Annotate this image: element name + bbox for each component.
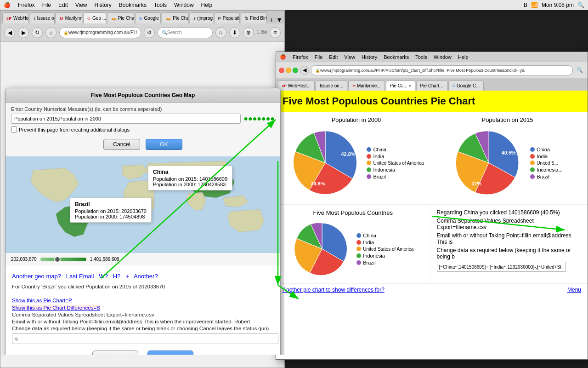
tab-pie2[interactable]: 🥧 Pie Chart...: [162, 12, 189, 23]
tools-menu[interactable]: Tools: [154, 2, 167, 8]
tabs-dropdown-button[interactable]: ▼: [276, 16, 283, 23]
download-icon[interactable]: ⬇: [229, 27, 240, 38]
tab-cpwebhost[interactable]: cP WebHost...: [2, 12, 29, 23]
dialog-cancel-button[interactable]: Cancel: [103, 139, 140, 150]
front-edit[interactable]: Edit: [329, 54, 338, 60]
tab-population[interactable]: P Populatio...: [214, 12, 240, 23]
front-window[interactable]: Window: [434, 54, 452, 60]
page-content-area: Another geo map? Last Email W? H? + Anot…: [6, 265, 280, 355]
another-pie-link[interactable]: Another pie chart to show differences fo…: [283, 287, 384, 293]
last-email-link[interactable]: Last Email: [66, 273, 94, 280]
forward-button[interactable]: ▶: [18, 27, 29, 38]
prevent-dialogs-checkbox[interactable]: [11, 126, 17, 132]
show-pie-chart: Show this as Pie Chart=P: [12, 298, 274, 303]
search-icon[interactable]: 🔍: [577, 2, 584, 8]
legend-label-brazil-2015: Brazil: [537, 174, 549, 179]
front-tools[interactable]: Tools: [415, 54, 427, 60]
front-view[interactable]: View: [344, 54, 355, 60]
apple-menu[interactable]: 🍎: [4, 2, 11, 8]
front-firefox[interactable]: Firefox: [293, 54, 308, 60]
menu-link[interactable]: Menu: [567, 287, 581, 293]
legend-brazil-2015: Brazil: [530, 174, 562, 179]
pie-legend-2015: China India United S... Inconesia..: [530, 147, 562, 179]
edit-menu[interactable]: Edit: [58, 2, 68, 8]
minimize-button[interactable]: [286, 68, 291, 73]
tab-marilynne[interactable]: M Marilynne...: [56, 12, 82, 23]
view-menu[interactable]: View: [75, 2, 87, 8]
front-tab-cp[interactable]: cP WebHost...: [278, 80, 315, 91]
search-bar-back[interactable]: 🔍 Search: [158, 27, 213, 38]
back-button[interactable]: ◀: [4, 27, 15, 38]
new-tab-button[interactable]: +: [270, 16, 273, 23]
pie-chart-diff-link[interactable]: Show this as Pie Chart Differences=S: [12, 305, 100, 310]
plus-link[interactable]: +: [125, 273, 129, 280]
h-link[interactable]: H?: [113, 273, 121, 280]
bookmarks-menu[interactable]: Bookmarks: [119, 2, 147, 8]
front-file[interactable]: File: [315, 54, 323, 60]
home-button[interactable]: ⌂: [45, 27, 57, 38]
front-data-input[interactable]: [437, 262, 565, 272]
bottom-cancel-button[interactable]: Cancel: [92, 351, 138, 355]
front-help[interactable]: Help: [458, 54, 469, 60]
refresh-icon[interactable]: ↺: [144, 27, 155, 38]
tab-issuse[interactable]: i Issuse on...: [30, 12, 55, 23]
legend-dot-india-2015: [530, 154, 535, 159]
bookmark-star-icon[interactable]: ☆: [215, 27, 226, 38]
china-name: China: [153, 169, 227, 175]
addon-icon[interactable]: ⊕: [243, 27, 254, 38]
another-geo-map-link[interactable]: Another geo map?: [12, 273, 61, 280]
front-url-bar[interactable]: 🔒 www.rjmprogramming.com.au/PHP/PioChart…: [311, 65, 573, 75]
firefox-menu[interactable]: Firefox: [18, 2, 35, 8]
dialog-text-input[interactable]: [11, 114, 241, 124]
history-menu[interactable]: History: [95, 2, 112, 8]
front-search-icon[interactable]: 🔍: [575, 67, 585, 73]
pie-chart-2000-title: Population in 2000: [332, 116, 381, 123]
w-link[interactable]: W?: [99, 273, 108, 280]
front-tab-pie2[interactable]: Pie Chart...: [416, 80, 447, 91]
bottom-section: Five Most Populous Countries China India…: [276, 204, 588, 283]
brazil-pop2015: Population on 2015: 202033670: [75, 208, 147, 214]
close-button[interactable]: [279, 68, 284, 73]
legend-india-2000: India: [367, 154, 424, 159]
tab-pie1[interactable]: 🥧 Pie Chart...: [107, 12, 134, 23]
window-menu[interactable]: Window: [174, 2, 194, 8]
front-history[interactable]: History: [362, 54, 377, 60]
maximize-button[interactable]: [293, 68, 298, 73]
front-back-button[interactable]: ◀: [300, 66, 309, 75]
front-apple[interactable]: 🍎: [280, 54, 286, 60]
pie-chart-p-link[interactable]: Show this as Pie Chart=P: [12, 298, 72, 303]
data-change-input[interactable]: [12, 333, 278, 344]
front-bookmarks[interactable]: Bookmarks: [384, 54, 409, 60]
legend-dot-inconesia-2015: [530, 167, 535, 172]
front-tab-issuse[interactable]: Issuse on...: [316, 80, 347, 91]
third-pie-title: Five Most Populous Countries: [313, 209, 393, 216]
front-tab-pie[interactable]: Pie Cu... ×: [386, 80, 415, 91]
bottom-text-column: Regarding China you clicked 1401586609 (…: [430, 204, 588, 283]
third-pie-legend: China India United States of America Ind…: [356, 233, 413, 265]
dialog-ok-button[interactable]: OK: [146, 139, 182, 150]
url-bar-back[interactable]: 🔒 www.rjmprogramming.com.au/PHP/GeoChart…: [59, 27, 141, 38]
front-tab-google[interactable]: G Google C...: [448, 80, 484, 91]
tab-geo[interactable]: G Geo ... ×: [83, 12, 106, 23]
dialog-input-row: ●●●●●●●: [11, 114, 275, 124]
menu-icon[interactable]: ≡: [270, 27, 281, 38]
bottom-ok-button[interactable]: OK: [147, 351, 193, 355]
tab-findbirth[interactable]: fb Find Birth...: [241, 12, 267, 23]
tab-google[interactable]: G Google C...: [135, 12, 161, 23]
email-text: Email with or without Taking Point=filli…: [437, 232, 582, 245]
legend-usa-2000: United States of America: [367, 161, 424, 166]
another-link[interactable]: Another?: [134, 273, 158, 280]
reader-count: 1.2M: [257, 30, 267, 35]
email-info: Email with or without Talking Point=fill…: [12, 319, 274, 324]
file-menu[interactable]: File: [42, 2, 51, 8]
range-track[interactable]: [40, 258, 86, 261]
range-thumb[interactable]: [54, 256, 61, 263]
range-max: 1,401,586,609: [90, 257, 119, 262]
tab-rjm[interactable]: r rjmprogr...: [190, 12, 213, 23]
bottom-buttons: Cancel OK: [12, 346, 274, 355]
china-pop2000: Population in 2000: 1280428583: [153, 182, 227, 187]
help-menu[interactable]: Help: [201, 2, 213, 8]
front-tab-marilynne[interactable]: M Marilynne...: [348, 80, 384, 91]
legend-china-2015: China: [530, 147, 562, 152]
reload-button[interactable]: ↻: [32, 27, 43, 38]
